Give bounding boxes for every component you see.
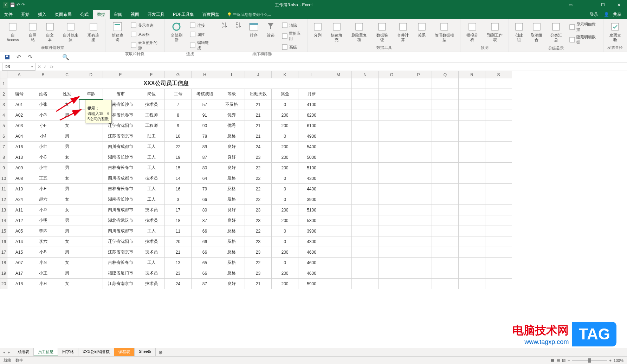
table-header[interactable]: 出勤天数 <box>245 89 272 99</box>
ribbon-现有连接[interactable]: 现有连接 <box>84 20 103 44</box>
row-header-19[interactable]: 19 <box>0 268 7 279</box>
cell[interactable]: 及格 <box>218 268 245 279</box>
table-header[interactable]: 岗位 <box>138 89 165 99</box>
cell[interactable]: 4300 <box>298 236 325 247</box>
cell[interactable]: A04 <box>7 131 31 142</box>
qat-redo-icon[interactable]: ↷ <box>21 2 25 7</box>
cell[interactable]: A18 <box>7 279 31 289</box>
sheet-tab-员工信息[interactable]: 员工信息 <box>34 348 58 356</box>
cell[interactable]: 男 <box>55 131 79 142</box>
cell[interactable]: 23 <box>245 247 272 258</box>
cell[interactable]: 湖南省长沙市 <box>103 194 138 205</box>
cell[interactable]: 女 <box>55 121 79 131</box>
cell[interactable]: 80 <box>192 205 218 215</box>
cell[interactable]: 17 <box>165 205 192 215</box>
cell[interactable]: 4400 <box>298 184 325 194</box>
add-sheet-button[interactable]: ⊕ <box>156 350 166 355</box>
row-header-11[interactable]: 11 <box>0 184 7 194</box>
row-header-2[interactable]: 2 <box>0 89 7 99</box>
ribbon-隐藏明细数据[interactable]: 隐藏明细数据 <box>567 34 601 46</box>
cell[interactable]: 女 <box>55 258 79 268</box>
cell[interactable]: 18 <box>165 215 192 226</box>
cell[interactable]: 21 <box>245 121 272 131</box>
cell[interactable]: 200 <box>272 121 298 131</box>
cell[interactable]: 4900 <box>298 131 325 142</box>
cell[interactable]: 22 <box>245 163 272 173</box>
cell[interactable]: 22 <box>245 173 272 184</box>
cell[interactable]: 良好 <box>218 205 245 215</box>
row-header-16[interactable]: 16 <box>0 236 7 247</box>
sort-asc-button[interactable]: AZ <box>218 20 231 31</box>
ribbon-自 Access[interactable]: 自 Access <box>2 20 24 44</box>
view-normal-icon[interactable]: ▦ <box>551 358 554 363</box>
cell[interactable]: A13 <box>7 152 31 163</box>
cell[interactable]: A15 <box>7 247 31 258</box>
cell[interactable]: 22 <box>245 184 272 194</box>
cell[interactable]: 工人 <box>138 194 165 205</box>
cell[interactable]: 57 <box>192 99 218 110</box>
sheet-tab-成绩表[interactable]: 成绩表 <box>13 348 34 356</box>
cell[interactable]: 5400 <box>298 142 325 152</box>
col-header-P[interactable]: P <box>405 71 432 78</box>
cell[interactable]: 技术员 <box>138 268 165 279</box>
row-header-12[interactable]: 12 <box>0 194 7 205</box>
cell[interactable]: 0 <box>272 173 298 184</box>
menu-tab-文件[interactable]: 文件 <box>0 10 17 19</box>
cell[interactable]: 64 <box>192 173 218 184</box>
cell[interactable]: 200 <box>272 142 298 152</box>
qat-save-icon[interactable]: 💾 <box>10 2 15 7</box>
ribbon-编辑链接[interactable]: 编辑链接 <box>188 39 214 51</box>
cell[interactable]: 小张 <box>31 99 55 110</box>
cell[interactable]: 4100 <box>298 99 325 110</box>
cell[interactable]: 男 <box>55 142 79 152</box>
col-header-C[interactable]: C <box>55 71 79 78</box>
formula-input[interactable] <box>55 63 627 71</box>
cell[interactable]: 良好 <box>218 152 245 163</box>
cell[interactable]: 24 <box>245 142 272 152</box>
cell[interactable]: 辽宁省沈阳市 <box>103 236 138 247</box>
cell[interactable]: 3900 <box>298 226 325 236</box>
col-header-D[interactable]: D <box>79 71 103 78</box>
cell[interactable]: 66 <box>192 247 218 258</box>
cell[interactable]: 男 <box>55 184 79 194</box>
cell[interactable]: 65 <box>192 258 218 268</box>
zoom-out-button[interactable]: − <box>568 358 570 363</box>
cell[interactable]: 200 <box>272 247 298 258</box>
row-header-9[interactable]: 9 <box>0 163 7 173</box>
cell[interactable]: 小G <box>31 110 55 121</box>
cell[interactable] <box>79 215 103 226</box>
menu-tab-开发工具[interactable]: 开发工具 <box>143 10 169 19</box>
cell[interactable] <box>79 194 103 205</box>
table-header[interactable]: 工号 <box>165 89 192 99</box>
table-header[interactable]: 年龄 <box>79 89 103 99</box>
cell[interactable] <box>79 205 103 215</box>
row-header-15[interactable]: 15 <box>0 226 7 236</box>
cell[interactable]: 及格 <box>218 131 245 142</box>
ribbon-属性[interactable]: 属性 <box>188 30 214 39</box>
cell[interactable]: 良好 <box>218 279 245 289</box>
cell[interactable]: 工人 <box>138 142 165 152</box>
cell[interactable]: 0 <box>272 99 298 110</box>
ribbon-取消组合[interactable]: 取消组合 <box>527 20 546 44</box>
sheet-tab-XXX公司销售额[interactable]: XXX公司销售额 <box>78 348 114 356</box>
cell[interactable]: 四川省成都市 <box>103 142 138 152</box>
ribbon-删除重复项[interactable]: 删除重复项 <box>348 20 371 44</box>
col-header-J[interactable]: J <box>245 71 272 78</box>
enter-icon[interactable]: ✓ <box>43 64 47 69</box>
zoom-level[interactable]: 100% <box>614 358 623 363</box>
cell[interactable]: 小D <box>31 205 55 215</box>
cell[interactable]: 技术员 <box>138 247 165 258</box>
row-header-1[interactable]: 1 <box>0 78 7 89</box>
cell[interactable]: 5000 <box>298 152 325 163</box>
cell[interactable]: 21 <box>245 99 272 110</box>
menu-tab-数据[interactable]: 数据 <box>93 10 110 19</box>
ribbon-管理数据模型[interactable]: 管理数据模型 <box>431 20 458 44</box>
cell[interactable]: 66 <box>192 226 218 236</box>
cell[interactable]: 小王 <box>31 268 55 279</box>
col-header-R[interactable]: R <box>459 71 485 78</box>
col-header-H[interactable]: H <box>192 71 218 78</box>
cell[interactable] <box>79 184 103 194</box>
cell[interactable]: 小N <box>31 258 55 268</box>
cell[interactable]: A09 <box>7 163 31 173</box>
cell[interactable]: A10 <box>7 184 31 194</box>
